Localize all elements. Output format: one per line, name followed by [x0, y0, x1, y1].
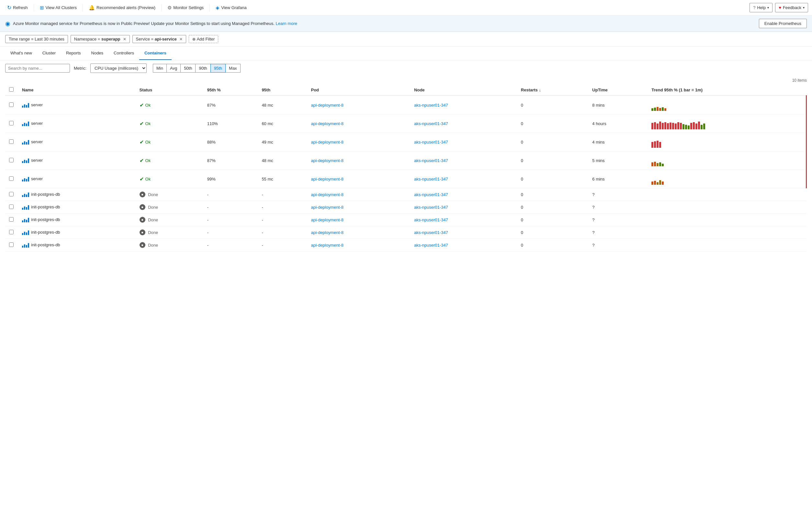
- row-status: ● Done: [136, 201, 203, 214]
- time-range-filter[interactable]: Time range = Last 30 minutes: [5, 35, 68, 43]
- help-dropdown[interactable]: ? Help ▾: [750, 3, 773, 12]
- banner-text: Azure Monitor managed service for Promet…: [13, 21, 756, 26]
- view-all-clusters-button[interactable]: ⊞ View All Clusters: [36, 3, 80, 12]
- row-pod[interactable]: api-deployment-8: [307, 239, 410, 251]
- row-pod[interactable]: api-deployment-8: [307, 214, 410, 226]
- row-node[interactable]: aks-npuser01-347: [410, 201, 517, 214]
- cluster-icon: ⊞: [40, 5, 44, 11]
- namespace-filter[interactable]: Namespace = superapp ✕: [70, 35, 130, 43]
- row-checkbox-cell: [5, 96, 18, 114]
- row-pct: 88%: [203, 133, 258, 151]
- service-close-icon[interactable]: ✕: [179, 37, 183, 42]
- ok-icon: ✔: [140, 102, 144, 108]
- tab-controllers[interactable]: Controllers: [109, 47, 139, 60]
- enable-prometheus-button[interactable]: Enable Prometheus: [759, 19, 807, 28]
- select-all-checkbox[interactable]: [9, 87, 13, 92]
- table-row: server ✔ Ok 99% 55 mc api-deployment-8 a…: [5, 170, 807, 188]
- row-checkbox-cell: [5, 214, 18, 226]
- monitor-settings-button[interactable]: ⚙ Monitor Settings: [164, 3, 207, 12]
- row-pod[interactable]: api-deployment-8: [307, 96, 410, 114]
- tab-reports[interactable]: Reports: [61, 47, 86, 60]
- row-name: server: [18, 170, 136, 188]
- row-pod[interactable]: api-deployment-8: [307, 226, 410, 239]
- row-node[interactable]: aks-npuser01-347: [410, 214, 517, 226]
- table-container: 10 items Name Status 95th % 95th Pod Nod…: [0, 76, 812, 251]
- row-pod[interactable]: api-deployment-8: [307, 201, 410, 214]
- view-grafana-button[interactable]: ◈ View Grafana: [212, 3, 250, 12]
- banner-learn-more-link[interactable]: Learn more: [276, 21, 297, 26]
- row-pod[interactable]: api-deployment-8: [307, 151, 410, 170]
- search-input[interactable]: [5, 64, 70, 73]
- header-restarts[interactable]: Restarts ↓: [517, 85, 589, 96]
- row-restarts: 0: [517, 151, 589, 170]
- percentile-50th[interactable]: 50th: [180, 64, 196, 73]
- row-pct: -: [203, 226, 258, 239]
- row-checkbox-cell: [5, 114, 18, 133]
- percentile-avg[interactable]: Avg: [167, 64, 181, 73]
- row-checkbox[interactable]: [9, 158, 13, 162]
- row-checkbox-cell: [5, 151, 18, 170]
- containers-table: Name Status 95th % 95th Pod Node Restart…: [5, 85, 807, 251]
- help-label: Help: [757, 5, 766, 10]
- feedback-dropdown[interactable]: ♥ Feedback ▾: [775, 3, 808, 12]
- row-node[interactable]: aks-npuser01-347: [410, 170, 517, 188]
- percentile-max[interactable]: Max: [225, 64, 240, 73]
- row-checkbox[interactable]: [9, 217, 13, 222]
- row-node[interactable]: aks-npuser01-347: [410, 114, 517, 133]
- time-range-label: Time range = Last 30 minutes: [9, 37, 64, 42]
- row-checkbox[interactable]: [9, 205, 13, 209]
- tab-nodes[interactable]: Nodes: [86, 47, 109, 60]
- tab-containers[interactable]: Containers: [139, 47, 172, 60]
- row-pod[interactable]: api-deployment-8: [307, 114, 410, 133]
- row-restarts: 0: [517, 214, 589, 226]
- row-value: 60 mc: [258, 114, 307, 133]
- tab-cluster[interactable]: Cluster: [37, 47, 61, 60]
- row-checkbox-cell: [5, 226, 18, 239]
- row-checkbox[interactable]: [9, 139, 13, 144]
- row-pod[interactable]: api-deployment-8: [307, 170, 410, 188]
- row-node[interactable]: aks-npuser01-347: [410, 188, 517, 201]
- service-filter[interactable]: Service = api-service ✕: [133, 35, 186, 43]
- prometheus-banner: ◉ Azure Monitor managed service for Prom…: [0, 16, 812, 32]
- row-checkbox[interactable]: [9, 176, 13, 181]
- row-status: ● Done: [136, 226, 203, 239]
- row-checkbox[interactable]: [9, 192, 13, 196]
- row-pct: -: [203, 239, 258, 251]
- namespace-close-icon[interactable]: ✕: [123, 37, 126, 42]
- row-node[interactable]: aks-npuser01-347: [410, 133, 517, 151]
- percentile-95th[interactable]: 95th: [210, 64, 226, 73]
- row-node[interactable]: aks-npuser01-347: [410, 151, 517, 170]
- done-icon: ●: [140, 229, 145, 235]
- row-checkbox[interactable]: [9, 230, 13, 234]
- row-pct: 87%: [203, 96, 258, 114]
- percentile-group: Min Avg 50th 90th 95th Max: [153, 64, 240, 73]
- row-checkbox[interactable]: [9, 102, 13, 107]
- container-icon: [22, 158, 29, 163]
- table-row: server ✔ Ok 87% 48 mc api-deployment-8 a…: [5, 151, 807, 170]
- toolbar-right: ? Help ▾ ♥ Feedback ▾: [750, 3, 808, 12]
- status-ok: ✔ Ok: [140, 176, 199, 182]
- row-pod[interactable]: api-deployment-8: [307, 133, 410, 151]
- refresh-label: Refresh: [13, 5, 28, 10]
- percentile-90th[interactable]: 90th: [195, 64, 210, 73]
- add-filter-button[interactable]: ⊕ Add Filter: [189, 35, 219, 43]
- row-uptime: 5 mins: [588, 151, 647, 170]
- row-value: -: [258, 214, 307, 226]
- header-95th: 95th: [258, 85, 307, 96]
- row-trend: [647, 170, 806, 188]
- row-status: ● Done: [136, 214, 203, 226]
- tab-whats-new[interactable]: What's new: [5, 47, 37, 60]
- row-node[interactable]: aks-npuser01-347: [410, 96, 517, 114]
- row-pod[interactable]: api-deployment-8: [307, 188, 410, 201]
- done-icon: ●: [140, 217, 145, 223]
- metric-select[interactable]: CPU Usage (millicores): [90, 63, 147, 73]
- done-icon: ●: [140, 204, 145, 210]
- percentile-min[interactable]: Min: [153, 64, 167, 73]
- recommended-alerts-button[interactable]: 🔔 Recommended alerts (Preview): [85, 3, 158, 12]
- row-checkbox[interactable]: [9, 121, 13, 126]
- row-status: ● Done: [136, 188, 203, 201]
- row-node[interactable]: aks-npuser01-347: [410, 226, 517, 239]
- row-checkbox[interactable]: [9, 242, 13, 247]
- row-node[interactable]: aks-npuser01-347: [410, 239, 517, 251]
- refresh-button[interactable]: ↻ Refresh: [4, 3, 31, 12]
